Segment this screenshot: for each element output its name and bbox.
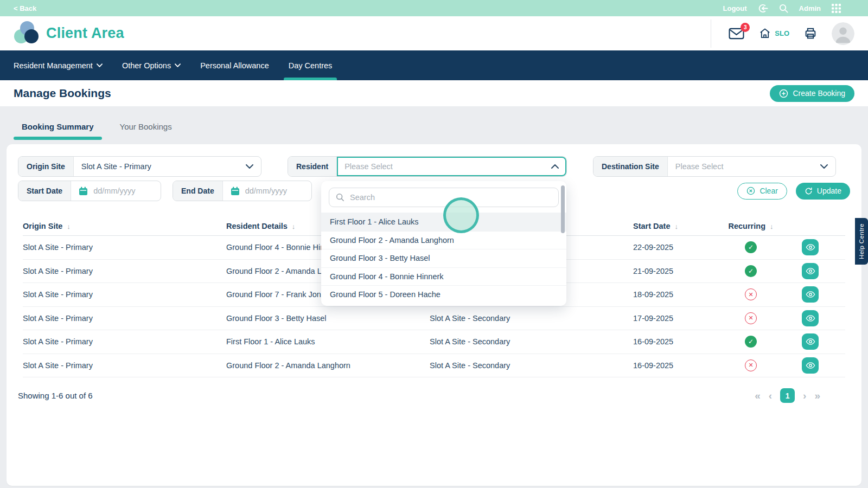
nav-day-centres[interactable]: Day Centres (289, 50, 333, 80)
resident-option[interactable]: Ground Floor 5 - Doreen Hache (321, 285, 566, 304)
x-circle-icon (746, 187, 755, 195)
origin-site-select[interactable]: Origin Site Slot A Site - Primary (18, 156, 261, 177)
eye-icon (806, 291, 815, 298)
table-footer: Showing 1-6 out of 6 « ‹ 1 › » (18, 388, 850, 403)
recurring-status-icon (745, 241, 757, 253)
app-title: Client Area (46, 25, 124, 42)
pagination-first-button[interactable]: « (755, 390, 761, 401)
pagination-page-1[interactable]: 1 (780, 388, 795, 403)
resident-value: Please Select (344, 162, 546, 171)
origin-site-value: Slot A Site - Primary (81, 162, 240, 171)
clear-button[interactable]: Clear (737, 183, 787, 200)
avatar[interactable] (832, 22, 854, 45)
calendar-icon (79, 187, 88, 196)
resident-option[interactable]: Ground Floor 3 - Betty Hasel (321, 249, 566, 267)
refresh-icon (805, 187, 813, 195)
pagination: « ‹ 1 › » (755, 388, 820, 403)
sort-icon (765, 222, 774, 230)
column-header-recurring[interactable]: Recurring (726, 222, 775, 230)
resident-option[interactable]: First Floor 1 - Alice Lauks (321, 213, 566, 231)
chevron-down-icon (246, 164, 253, 169)
update-button[interactable]: Update (796, 183, 850, 200)
chevron-up-icon (551, 164, 559, 169)
filters-row-1: Origin Site Slot A Site - Primary Reside… (7, 144, 861, 177)
help-centre-tab[interactable]: Help Centre (855, 218, 868, 265)
view-booking-button[interactable] (802, 239, 819, 255)
chevron-down-icon (97, 63, 103, 67)
start-date-field[interactable]: Start Date dd/mm/yyyy (18, 181, 161, 201)
end-date-value: dd/mm/yyyy (245, 187, 287, 195)
recurring-status-icon (745, 336, 757, 348)
sort-icon (671, 222, 679, 230)
end-date-field[interactable]: End Date dd/mm/yyyy (173, 181, 312, 201)
destination-site-label: Destination Site (593, 157, 668, 176)
start-date-label: Start Date (18, 181, 71, 201)
eye-icon (806, 243, 815, 251)
active-tab-indicator (14, 137, 102, 140)
chevron-down-icon (820, 164, 828, 169)
search-icon (336, 193, 344, 202)
recurring-status-icon (745, 312, 757, 324)
page-header: Manage Bookings Create Booking (0, 80, 868, 106)
end-date-label: End Date (173, 181, 223, 201)
table-row: Slot A Site - Primary First Floor 1 - Al… (23, 330, 845, 354)
sort-icon (62, 222, 71, 230)
view-booking-button[interactable] (802, 333, 819, 350)
origin-site-label: Origin Site (18, 157, 74, 176)
table-row: Slot A Site - Primary Ground Floor 3 - B… (23, 307, 845, 331)
view-booking-button[interactable] (802, 263, 819, 279)
view-booking-button[interactable] (802, 286, 819, 303)
page-title: Manage Bookings (14, 87, 111, 100)
resident-option[interactable]: Ground Floor 2 - Amanda Langhorn (321, 231, 566, 249)
plus-circle-icon (779, 89, 788, 98)
view-booking-button[interactable] (802, 357, 819, 374)
pagination-prev-button[interactable]: ‹ (769, 390, 772, 401)
logout-icon[interactable] (758, 3, 768, 14)
pagination-next-button[interactable]: › (803, 390, 806, 401)
eye-icon (806, 314, 815, 322)
destination-site-value: Please Select (675, 162, 815, 171)
resident-label: Resident (288, 157, 337, 176)
apps-grid-icon[interactable] (832, 4, 841, 13)
view-booking-button[interactable] (802, 310, 819, 326)
back-link[interactable]: < Back (14, 4, 36, 12)
mail-icon[interactable]: 3 (729, 27, 744, 40)
start-date-value: dd/mm/yyyy (93, 187, 135, 195)
mail-badge: 3 (741, 23, 750, 32)
calendar-icon (231, 187, 240, 196)
print-icon[interactable] (803, 27, 818, 40)
home-icon (758, 27, 771, 40)
nav-personal-allowance[interactable]: Personal Allowance (200, 50, 269, 80)
booking-summary-card: Origin Site Slot A Site - Primary Reside… (7, 144, 861, 486)
tab-booking-summary[interactable]: Booking Summary (14, 116, 102, 137)
tab-your-bookings[interactable]: Your Bookings (112, 116, 180, 137)
admin-link[interactable]: Admin (799, 4, 821, 12)
recurring-status-icon (745, 265, 757, 277)
create-booking-button[interactable]: Create Booking (770, 85, 854, 102)
logout-link[interactable]: Logout (723, 4, 747, 12)
active-nav-indicator (284, 78, 337, 80)
eye-icon (806, 362, 815, 369)
top-utility-bar: < Back Logout Admin (0, 0, 868, 16)
nav-resident-management[interactable]: Resident Management (14, 50, 103, 80)
dropdown-scrollbar[interactable] (561, 185, 565, 233)
destination-site-select[interactable]: Destination Site Please Select (593, 156, 836, 177)
home-site-button[interactable]: SLO (758, 27, 789, 40)
nav-other-options[interactable]: Other Options (122, 50, 181, 80)
showing-count: Showing 1-6 out of 6 (18, 391, 93, 400)
eye-icon (806, 338, 815, 345)
recurring-status-icon (745, 359, 757, 371)
column-header-start-date[interactable]: Start Date (633, 222, 726, 230)
recurring-status-icon (745, 288, 757, 300)
resident-options-list: First Floor 1 - Alice Lauks Ground Floor… (321, 213, 566, 304)
column-header-origin-site[interactable]: Origin Site (23, 222, 226, 230)
pagination-last-button[interactable]: » (814, 390, 820, 401)
content-area: Booking Summary Your Bookings Origin Sit… (0, 106, 868, 486)
sort-icon (288, 222, 296, 230)
app-logo (14, 20, 41, 47)
resident-search-input[interactable] (350, 193, 552, 202)
search-icon[interactable] (779, 4, 788, 13)
resident-select[interactable]: Resident Please Select (288, 156, 567, 177)
resident-option[interactable]: Ground Floor 4 - Bonnie Hinnerk (321, 267, 566, 286)
main-nav: Resident Management Other Options Person… (0, 50, 868, 80)
